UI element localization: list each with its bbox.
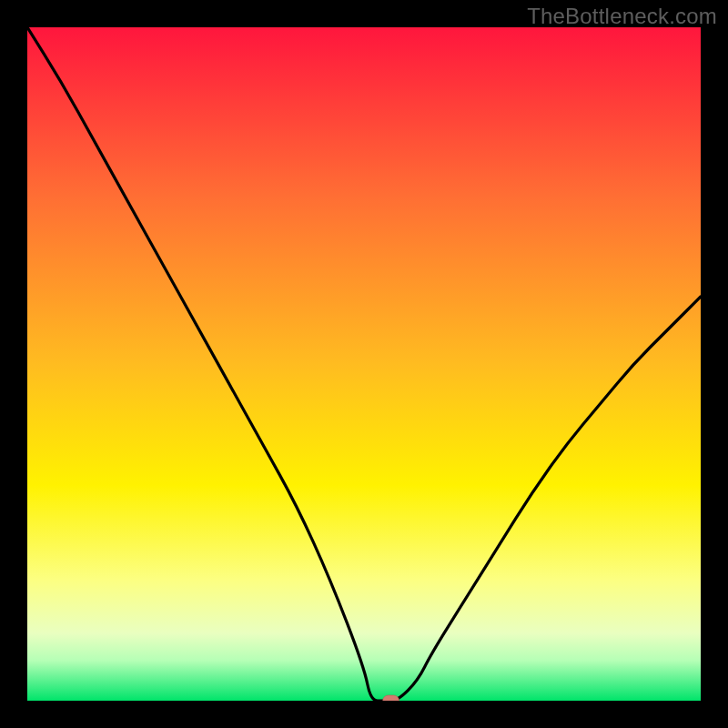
chart-frame: TheBottleneck.com: [0, 0, 728, 728]
plot-area: [27, 27, 701, 701]
watermark-text: TheBottleneck.com: [527, 4, 717, 29]
optimal-point-marker: [383, 695, 399, 701]
gradient-background: [27, 27, 701, 701]
chart-svg: [27, 27, 701, 701]
